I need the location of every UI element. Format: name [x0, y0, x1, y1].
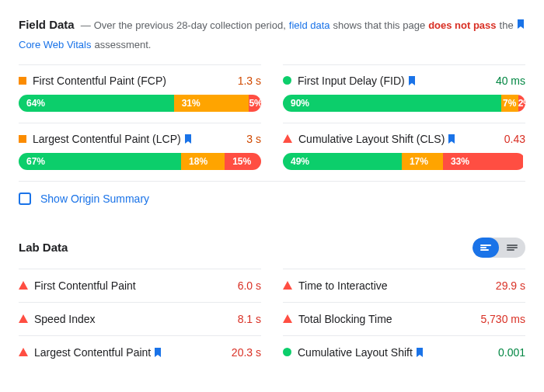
- field-data-grid: First Contentful Paint (FCP)1.3 s64%31%5…: [19, 64, 525, 216]
- metric-name: Cumulative Layout Shift (CLS): [298, 133, 498, 145]
- distribution-bar: 64%31%5%: [19, 95, 261, 112]
- distribution-segment: 18%: [181, 153, 225, 170]
- view-toggle: [473, 238, 525, 258]
- field-metric[interactable]: First Contentful Paint (FCP)1.3 s64%31%5…: [19, 64, 261, 123]
- lab-metric-name: Time to Interactive: [298, 279, 490, 292]
- lab-metric-value: 0.001: [498, 346, 525, 359]
- lab-metric[interactable]: Largest Contentful Paint 20.3 s: [19, 335, 261, 369]
- lab-metric-name: Largest Contentful Paint: [34, 346, 225, 359]
- lab-metric-name: Speed Index: [34, 313, 232, 325]
- desc-mid: shows that this page: [333, 18, 426, 34]
- lab-metric[interactable]: Speed Index8.1 s: [19, 302, 261, 335]
- view-toggle-right[interactable]: [499, 238, 525, 258]
- metric-name: Largest Contentful Paint (LCP): [33, 133, 240, 145]
- status-circle-icon: [283, 76, 291, 85]
- lab-metric[interactable]: Cumulative Layout Shift 0.001: [283, 335, 525, 369]
- desc-after: the: [500, 18, 514, 34]
- lab-metric[interactable]: Time to Interactive29.9 s: [283, 269, 525, 302]
- field-metric[interactable]: First Input Delay (FID) 40 ms90%7%2%: [283, 64, 525, 123]
- status-square-icon: [19, 135, 26, 143]
- status-triangle-icon: [283, 314, 292, 323]
- dash: —: [81, 18, 91, 34]
- lab-metric-value: 29.9 s: [496, 279, 525, 292]
- status-triangle-icon: [283, 134, 292, 143]
- status-triangle-icon: [19, 314, 28, 323]
- status-triangle-icon: [283, 281, 292, 290]
- lab-data-header: Lab Data: [19, 238, 525, 258]
- distribution-segment: 64%: [19, 95, 174, 112]
- distribution-segment: 90%: [283, 95, 501, 112]
- distribution-segment: 31%: [174, 95, 249, 112]
- distribution-segment: 49%: [283, 153, 402, 170]
- lab-metric-value: 8.1 s: [238, 313, 261, 325]
- distribution-segment: 5%: [249, 95, 261, 112]
- metric-name: First Input Delay (FID): [298, 75, 490, 87]
- status-circle-icon: [283, 348, 291, 356]
- metric-value: 40 ms: [496, 75, 525, 87]
- distribution-bar: 67%18%15%: [19, 153, 261, 170]
- view-toggle-left[interactable]: [473, 238, 499, 258]
- bookmark-icon: [517, 19, 525, 29]
- distribution-segment: 33%: [443, 153, 523, 170]
- distribution-bar: 49%17%33%: [283, 153, 525, 170]
- lab-metric-value: 6.0 s: [238, 279, 261, 292]
- lab-metric[interactable]: First Contentful Paint6.0 s: [19, 269, 261, 302]
- align-lines-icon: [507, 244, 518, 252]
- field-metric[interactable]: Cumulative Layout Shift (CLS) 0.4349%17%…: [283, 123, 525, 181]
- distribution-segment: 2%: [518, 95, 525, 112]
- lab-metric-name: Cumulative Layout Shift: [298, 346, 492, 359]
- field-metric[interactable]: Largest Contentful Paint (LCP) 3 s67%18%…: [19, 123, 261, 181]
- bookmark-icon: [154, 348, 162, 357]
- checkbox-icon[interactable]: [19, 193, 31, 205]
- bookmark-icon: [416, 348, 424, 357]
- bookmark-icon: [408, 76, 416, 85]
- lab-metric-value: 20.3 s: [232, 346, 261, 359]
- fail-text: does not pass: [428, 18, 496, 34]
- lab-metric-value: 5,730 ms: [480, 313, 525, 325]
- metric-value: 0.43: [504, 133, 525, 145]
- distribution-bar: 90%7%2%: [283, 95, 525, 112]
- distribution-segment: 67%: [19, 153, 181, 170]
- metric-value: 1.3 s: [238, 75, 261, 87]
- status-triangle-icon: [19, 348, 28, 356]
- distribution-segment: 17%: [402, 153, 443, 170]
- lab-metric-name: First Contentful Paint: [34, 279, 232, 292]
- status-square-icon: [19, 77, 26, 85]
- field-data-link[interactable]: field data: [289, 18, 330, 34]
- desc-before: Over the previous 28-day collection peri…: [94, 18, 286, 34]
- lab-metric[interactable]: Total Blocking Time5,730 ms: [283, 302, 525, 335]
- distribution-segment: 7%: [501, 95, 518, 112]
- field-data-title: Field Data: [19, 16, 75, 34]
- lab-data-grid: First Contentful Paint6.0 sTime to Inter…: [19, 269, 525, 369]
- show-origin-summary-row[interactable]: Show Origin Summary: [19, 181, 525, 216]
- metric-value: 3 s: [246, 133, 261, 145]
- show-origin-summary-label: Show Origin Summary: [40, 193, 149, 205]
- lab-metric-name: Total Blocking Time: [298, 313, 474, 325]
- metric-name: First Contentful Paint (FCP): [33, 75, 232, 87]
- distribution-segment: 15%: [225, 153, 261, 170]
- align-left-icon: [480, 244, 491, 252]
- core-web-vitals-link[interactable]: Core Web Vitals: [19, 37, 91, 54]
- lab-data-title: Lab Data: [19, 241, 68, 254]
- bookmark-icon: [448, 134, 455, 144]
- status-triangle-icon: [19, 281, 28, 290]
- desc-end: assessment.: [94, 37, 151, 54]
- field-data-header: Field Data — Over the previous 28-day co…: [19, 16, 525, 54]
- bookmark-icon: [184, 134, 192, 144]
